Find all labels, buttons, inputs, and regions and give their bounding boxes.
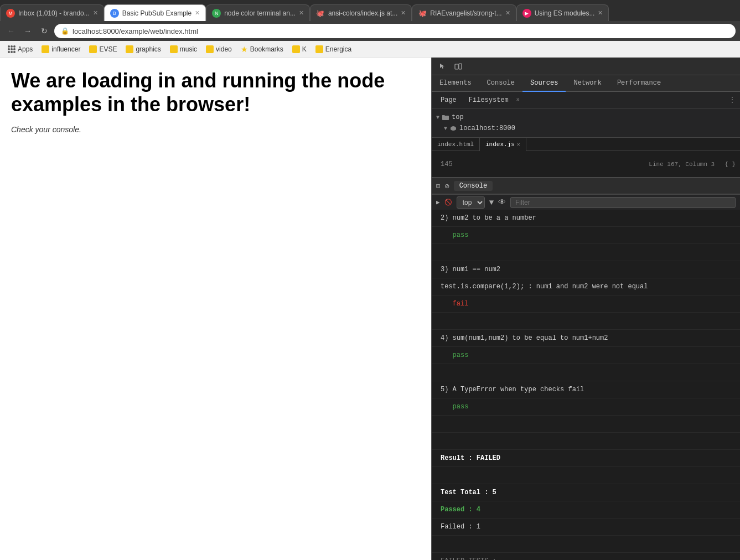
svg-rect-1 xyxy=(459,64,462,69)
devtools-tab-elements[interactable]: Elements xyxy=(432,75,479,92)
console-line-total: Test Total : 5 xyxy=(432,484,740,501)
console-context-bar: ▶ 🚫 top ▼ 👁 xyxy=(432,194,740,210)
console-line-5: test.is.compare(1,2); : num1 and num2 we… xyxy=(432,278,740,295)
console-line-4: 3) num1 == num2 xyxy=(432,261,740,278)
tab-esmodules-close[interactable]: ✕ xyxy=(598,9,603,17)
tab-esmodules-label: Using ES modules... xyxy=(535,9,595,17)
forward-button[interactable]: → xyxy=(21,24,34,38)
sources-page-btn[interactable]: Page xyxy=(436,95,461,105)
devtools-tab-sources[interactable]: Sources xyxy=(522,75,566,92)
node-favicon: N xyxy=(212,9,221,18)
console-bar: ⊡ ⊘ Console xyxy=(432,178,740,194)
bookmark-k-icon xyxy=(292,45,300,53)
back-button[interactable]: ← xyxy=(4,24,18,38)
sources-options-icon[interactable]: ⋮ xyxy=(729,96,736,104)
tab-ansi[interactable]: 🐙 ansi-colors/index.js at... ✕ xyxy=(310,4,412,21)
console-drawer-icon[interactable]: ⊡ xyxy=(436,182,440,190)
tab-pubsub-close[interactable]: ✕ xyxy=(195,9,200,17)
console-context-icon: ▶ xyxy=(436,199,440,206)
format-file-icon[interactable]: { } xyxy=(720,161,740,168)
bookmark-music-label: music xyxy=(180,45,197,53)
console-dropdown-icon[interactable]: ▼ xyxy=(489,198,494,207)
reload-button[interactable]: ↻ xyxy=(38,24,51,38)
bookmark-energica[interactable]: Energica xyxy=(312,44,355,54)
tab-gmail-close[interactable]: ✕ xyxy=(93,9,98,17)
tab-node-label: node color terminal an... xyxy=(224,9,296,17)
console-line-14 xyxy=(432,433,740,450)
console-line-failed-header: FAILED TESTS : xyxy=(432,553,740,560)
svg-rect-0 xyxy=(455,64,458,69)
bookmark-evse[interactable]: EVSE xyxy=(86,44,120,54)
tab-gmail-label: Inbox (1,010) - brando... xyxy=(18,9,90,17)
tab-ria-close[interactable]: ✕ xyxy=(505,9,510,17)
console-line-empty2 xyxy=(432,467,740,484)
console-line-1: 2) num2 to be a a number xyxy=(432,210,740,227)
device-toggle-button[interactable] xyxy=(452,60,465,73)
console-line-10 xyxy=(432,364,740,381)
devtools-tabs: Elements Console Sources Network Perform… xyxy=(432,75,740,92)
console-context-select[interactable]: top xyxy=(457,196,485,209)
bookmark-bookmarks[interactable]: ★ Bookmarks xyxy=(237,44,287,55)
webpage-heading: We are loading in and running the node e… xyxy=(11,69,399,116)
console-line-2: pass xyxy=(432,227,740,244)
bookmark-video-icon xyxy=(206,45,214,53)
file-tree-top-row[interactable]: ▼ top xyxy=(432,112,740,123)
file-tab-close-icon[interactable]: ✕ xyxy=(517,141,520,148)
inspect-element-button[interactable] xyxy=(436,60,449,73)
bookmark-influencer[interactable]: influencer xyxy=(38,44,84,54)
console-filter-input[interactable] xyxy=(510,197,736,208)
url-text: localhost:8000/example/web/index.html xyxy=(73,27,198,35)
bookmark-energica-label: Energica xyxy=(325,45,351,53)
tab-ria-label: RIAEvangelist/strong-t... xyxy=(430,9,501,17)
sources-filesystem-btn[interactable]: Filesystem xyxy=(464,95,513,105)
file-tree-localhost-label: localhost:8000 xyxy=(459,125,515,132)
bookmark-video[interactable]: video xyxy=(203,44,235,54)
file-tabs: index.html index.js ✕ xyxy=(432,138,740,151)
console-stop-icon[interactable]: ⊘ xyxy=(444,182,449,191)
main-area: We are loading in and running the node e… xyxy=(0,58,740,560)
bookmark-video-label: video xyxy=(216,45,232,53)
devtools-topbar xyxy=(432,58,740,75)
console-line-empty3 xyxy=(432,536,740,553)
console-eye-icon[interactable]: 👁 xyxy=(498,198,506,207)
bookmarks-bar: Apps influencer EVSE graphics music vide… xyxy=(0,41,740,58)
tab-bar: M Inbox (1,010) - brando... ✕ B Basic Pu… xyxy=(0,0,740,21)
sources-more-icon[interactable]: » xyxy=(516,97,520,103)
bookmark-influencer-icon xyxy=(42,45,49,53)
console-clear-icon[interactable]: 🚫 xyxy=(444,199,452,206)
bookmark-graphics[interactable]: graphics xyxy=(122,44,164,54)
console-line-11: 5) A TypeError when type checks fail xyxy=(432,381,740,398)
apps-grid-icon xyxy=(8,45,15,53)
tab-pubsub[interactable]: B Basic PubSub Example ✕ xyxy=(104,4,206,21)
bookmark-music[interactable]: music xyxy=(167,44,200,54)
file-tab-index-html[interactable]: index.html xyxy=(432,138,480,151)
file-tree-top-label: top xyxy=(452,113,464,121)
devtools-tab-performance[interactable]: Performance xyxy=(609,75,669,92)
file-tree-localhost-row[interactable]: ▼ localhost:8000 xyxy=(432,123,740,134)
file-tab-index-js[interactable]: index.js ✕ xyxy=(480,138,526,151)
bookmark-evse-label: EVSE xyxy=(99,45,117,53)
webpage-content: We are loading in and running the node e… xyxy=(0,58,431,560)
bookmark-music-icon xyxy=(170,45,178,53)
esmodules-favicon: ▶ xyxy=(522,9,531,18)
console-line-result: Result : FAILED xyxy=(432,450,740,467)
tab-ansi-close[interactable]: ✕ xyxy=(401,9,406,17)
source-viewer: 145 Line 167, Column 3 { } xyxy=(432,151,740,178)
console-tab-button[interactable]: Console xyxy=(454,181,493,191)
bookmark-evse-icon xyxy=(89,45,97,53)
tab-ria[interactable]: 🐙 RIAEvangelist/strong-t... ✕ xyxy=(412,4,516,21)
bookmark-bookmarks-label: Bookmarks xyxy=(250,45,283,53)
tab-gmail[interactable]: M Inbox (1,010) - brando... ✕ xyxy=(0,4,104,21)
source-line-number: 145 xyxy=(432,160,462,168)
tab-node-close[interactable]: ✕ xyxy=(299,9,304,17)
console-line-8: 4) sum(num1,num2) to be equal to num1+nu… xyxy=(432,330,740,347)
devtools-tab-network[interactable]: Network xyxy=(566,75,609,92)
bookmark-k[interactable]: K xyxy=(289,44,310,54)
tab-esmodules[interactable]: ▶ Using ES modules... ✕ xyxy=(516,4,609,21)
pubsub-favicon: B xyxy=(110,9,119,18)
console-line-6: fail xyxy=(432,295,740,313)
tab-node-color[interactable]: N node color terminal an... ✕ xyxy=(206,4,310,21)
url-bar[interactable]: 🔒 localhost:8000/example/web/index.html xyxy=(54,24,736,38)
bookmark-apps[interactable]: Apps xyxy=(4,44,36,54)
devtools-tab-console[interactable]: Console xyxy=(479,75,522,92)
